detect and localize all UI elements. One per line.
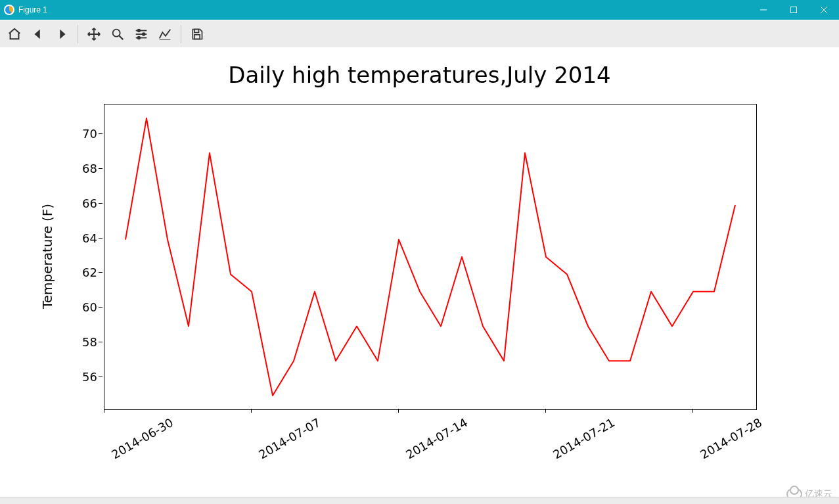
- svg-rect-1: [791, 7, 797, 13]
- y-tick: 56: [0, 370, 97, 384]
- zoom-button[interactable]: [106, 22, 129, 46]
- svg-point-4: [113, 30, 120, 37]
- svg-rect-12: [194, 30, 199, 33]
- x-tick-label: 2014-06-30: [109, 415, 175, 461]
- x-tick-label: 2014-07-07: [256, 415, 323, 461]
- configure-subplots-button[interactable]: [129, 22, 153, 46]
- x-tick-mark: [398, 409, 399, 413]
- svg-point-11: [138, 37, 141, 39]
- status-bar: [0, 497, 839, 504]
- x-tick-label: 2014-07-28: [698, 415, 764, 461]
- line-plot: [104, 104, 756, 409]
- x-tick-mark: [251, 409, 252, 413]
- x-tick-mark: [545, 409, 546, 413]
- x-tick-mark: [104, 409, 104, 413]
- forward-button[interactable]: [50, 22, 74, 46]
- y-tick: 58: [0, 335, 97, 349]
- axes-frame: [104, 104, 757, 410]
- svg-point-10: [143, 33, 145, 35]
- svg-rect-13: [194, 35, 200, 39]
- app-icon: [4, 5, 14, 15]
- chart-title: Daily high temperatures,July 2014: [0, 62, 839, 88]
- window-title: Figure 1: [18, 5, 47, 14]
- y-tick: 62: [0, 265, 97, 279]
- y-tick: 64: [0, 231, 97, 245]
- back-button[interactable]: [26, 22, 50, 46]
- svg-line-5: [120, 36, 124, 40]
- y-tick: 70: [0, 127, 97, 141]
- maximize-button[interactable]: [779, 0, 809, 20]
- close-button[interactable]: [809, 0, 839, 20]
- save-button[interactable]: [185, 22, 209, 46]
- svg-point-9: [138, 30, 141, 32]
- edit-axis-button[interactable]: [153, 22, 177, 46]
- pan-button[interactable]: [82, 22, 106, 46]
- x-tick-mark: [692, 409, 693, 413]
- y-tick: 60: [0, 300, 97, 314]
- y-tick: 66: [0, 196, 97, 210]
- home-button[interactable]: [3, 22, 26, 46]
- figure-canvas[interactable]: Daily high temperatures,July 2014 Temper…: [0, 47, 839, 496]
- minimize-button[interactable]: [748, 0, 779, 20]
- matplotlib-toolbar: [0, 20, 839, 49]
- y-tick: 68: [0, 162, 97, 175]
- y-axis-label: Temperature (F): [38, 104, 57, 409]
- window-titlebar: Figure 1: [0, 0, 839, 20]
- x-tick-label: 2014-07-21: [551, 415, 617, 461]
- x-tick-label: 2014-07-14: [403, 415, 470, 461]
